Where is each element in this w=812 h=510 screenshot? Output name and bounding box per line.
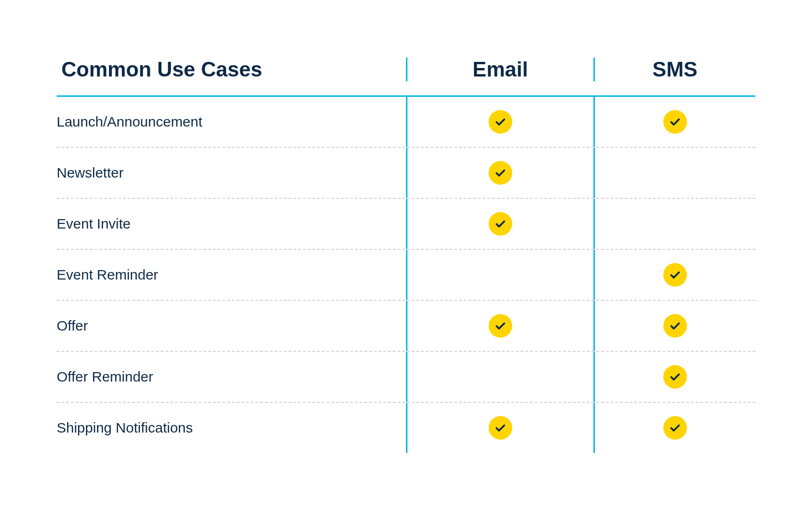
cell-email — [406, 97, 595, 147]
check-icon — [663, 314, 687, 338]
row-label: Shipping Notifications — [57, 403, 406, 453]
comparison-table: Common Use Cases Email SMS Launch/Announ… — [57, 58, 755, 453]
table-row: Event Invite — [57, 199, 755, 250]
row-label: Offer Reminder — [57, 352, 406, 402]
table-row: Launch/Announcement — [57, 97, 755, 148]
row-label: Event Invite — [57, 199, 406, 249]
table-row: Shipping Notifications — [57, 403, 755, 453]
check-icon — [663, 416, 687, 440]
check-icon — [489, 110, 512, 134]
check-icon — [663, 110, 687, 134]
table-body: Launch/AnnouncementNewsletterEvent Invit… — [57, 97, 755, 453]
row-label: Offer — [57, 301, 406, 351]
check-icon — [663, 365, 687, 389]
cell-sms — [595, 148, 755, 198]
cell-email — [406, 148, 595, 198]
comparison-table-container: Common Use Cases Email SMS Launch/Announ… — [9, 34, 803, 476]
header-sms: SMS — [595, 58, 755, 81]
cell-sms — [595, 301, 755, 351]
check-icon — [489, 161, 512, 185]
row-label: Launch/Announcement — [57, 97, 406, 147]
table-row: Event Reminder — [57, 250, 755, 301]
cell-email — [406, 250, 595, 300]
cell-sms — [595, 403, 755, 453]
row-label: Event Reminder — [57, 250, 406, 300]
cell-email — [406, 301, 595, 351]
cell-email — [406, 352, 595, 402]
table-row: Newsletter — [57, 148, 755, 199]
table-row: Offer — [57, 301, 755, 352]
cell-email — [406, 199, 595, 249]
table-row: Offer Reminder — [57, 352, 755, 403]
cell-email — [406, 403, 595, 453]
cell-sms — [595, 250, 755, 300]
cell-sms — [595, 352, 755, 402]
table-header-row: Common Use Cases Email SMS — [57, 58, 755, 97]
row-label: Newsletter — [57, 148, 406, 198]
cell-sms — [595, 199, 755, 249]
header-email: Email — [406, 58, 595, 81]
check-icon — [489, 212, 512, 236]
check-icon — [489, 416, 512, 440]
check-icon — [663, 263, 687, 287]
check-icon — [489, 314, 512, 338]
cell-sms — [595, 97, 755, 147]
header-use-cases: Common Use Cases — [57, 58, 406, 81]
